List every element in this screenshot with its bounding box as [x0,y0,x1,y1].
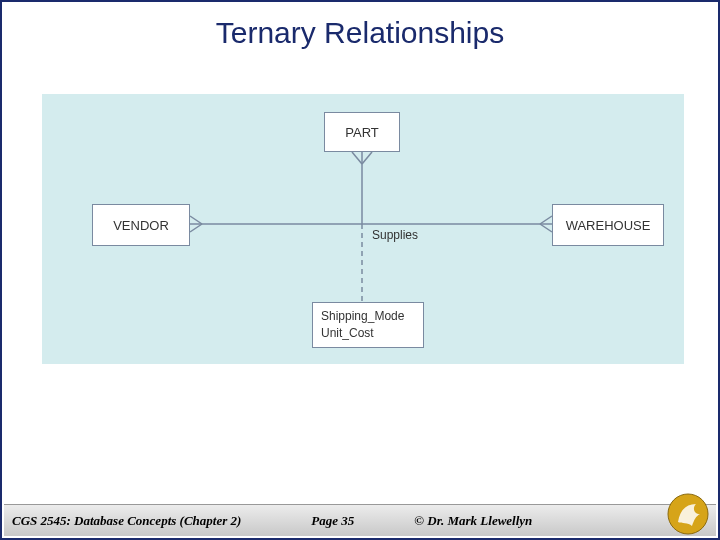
attribute-box: Shipping_Mode Unit_Cost [312,302,424,348]
footer-course: CGS 2545: Database Concepts (Chapter 2) [12,513,241,529]
entity-vendor: VENDOR [92,204,190,246]
svg-line-7 [540,216,552,224]
svg-line-5 [190,224,202,232]
entity-part: PART [324,112,400,152]
entity-warehouse-label: WAREHOUSE [566,218,651,233]
relationship-label: Supplies [372,228,418,242]
entity-vendor-label: VENDOR [113,218,169,233]
attribute-line-1: Shipping_Mode [321,308,415,325]
slide-title: Ternary Relationships [2,2,718,50]
footer-copyright: © Dr. Mark Llewellyn [414,513,532,529]
svg-line-8 [540,224,552,232]
er-diagram: PART VENDOR WAREHOUSE Supplies Shipping_… [42,94,684,364]
entity-warehouse: WAREHOUSE [552,204,664,246]
ucf-pegasus-logo [666,492,710,536]
svg-line-4 [190,216,202,224]
svg-line-1 [352,152,362,164]
slide-frame: Ternary Relationships PART VENDOR [0,0,720,540]
attribute-line-2: Unit_Cost [321,325,415,342]
svg-line-2 [362,152,372,164]
footer-page: Page 35 [311,513,354,529]
slide-footer: CGS 2545: Database Concepts (Chapter 2) … [4,504,716,536]
entity-part-label: PART [345,125,378,140]
